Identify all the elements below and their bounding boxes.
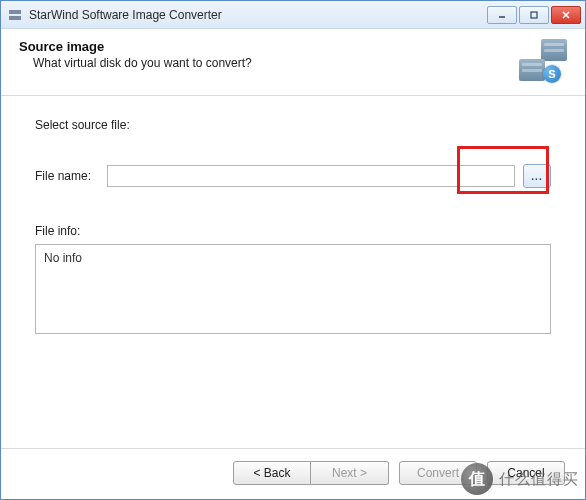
header-title: Source image: [19, 39, 519, 54]
filename-row: File name: ...: [35, 164, 551, 188]
servers-icon: S: [519, 39, 567, 81]
svg-rect-3: [531, 12, 537, 18]
wizard-content: Select source file: File name: ... File …: [1, 96, 585, 448]
fileinfo-label: File info:: [35, 224, 551, 238]
window-title: StarWind Software Image Converter: [29, 8, 487, 22]
fileinfo-box: No info: [35, 244, 551, 334]
convert-button[interactable]: Convert: [399, 461, 477, 485]
browse-button[interactable]: ...: [523, 164, 551, 188]
app-icon: [7, 7, 23, 23]
app-window: StarWind Software Image Converter Source…: [0, 0, 586, 500]
cancel-button[interactable]: Cancel: [487, 461, 565, 485]
badge-icon: S: [543, 65, 561, 83]
wizard-footer: < Back Next > Convert Cancel 值 什么值得买: [1, 448, 585, 499]
titlebar: StarWind Software Image Converter: [1, 1, 585, 29]
fileinfo-text: No info: [44, 251, 82, 265]
window-buttons: [487, 6, 581, 24]
next-button[interactable]: Next >: [311, 461, 389, 485]
svg-rect-0: [9, 10, 21, 14]
header-subtitle: What virtual disk do you want to convert…: [33, 56, 519, 70]
wizard-header: Source image What virtual disk do you wa…: [1, 29, 585, 96]
nav-buttons: < Back Next >: [233, 461, 389, 485]
minimize-button[interactable]: [487, 6, 517, 24]
filename-input[interactable]: [107, 165, 515, 187]
maximize-button[interactable]: [519, 6, 549, 24]
back-button[interactable]: < Back: [233, 461, 311, 485]
filename-label: File name:: [35, 169, 99, 183]
header-text: Source image What virtual disk do you wa…: [19, 39, 519, 70]
close-button[interactable]: [551, 6, 581, 24]
select-source-label: Select source file:: [35, 118, 551, 132]
svg-rect-1: [9, 16, 21, 20]
